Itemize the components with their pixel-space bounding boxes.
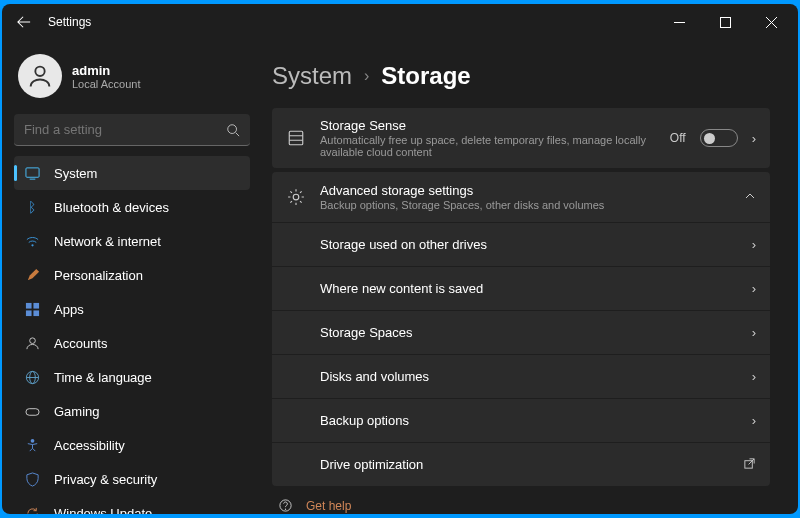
storage-sense-title: Storage Sense [320,118,656,133]
sidebar-item-bluetooth[interactable]: ᛒBluetooth & devices [14,190,250,224]
sidebar-item-privacy[interactable]: Privacy & security [14,462,250,496]
storage-sense-text: Storage Sense Automatically free up spac… [320,118,656,158]
get-help-label: Get help [306,499,351,513]
profile-name: admin [72,63,141,78]
chevron-right-icon: › [752,413,756,428]
person-icon [26,62,54,90]
bluetooth-icon: ᛒ [24,199,40,215]
advanced-title: Advanced storage settings [320,183,730,198]
svg-point-5 [228,124,237,133]
advanced-storage-text: Advanced storage settings Backup options… [320,183,730,211]
back-arrow-icon [17,15,31,29]
nav-label: Windows Update [54,506,152,515]
svg-line-6 [236,132,240,136]
advanced-storage-header[interactable]: Advanced storage settings Backup options… [272,172,770,222]
advanced-subtitle: Backup options, Storage Spaces, other di… [320,199,730,211]
shield-icon [24,471,40,487]
chevron-up-icon [744,190,756,205]
where-new-content-row[interactable]: Where new content is saved› [272,266,770,310]
apps-icon [24,301,40,317]
gaming-icon [24,403,40,419]
storage-sense-subtitle: Automatically free up space, delete temp… [320,134,656,158]
help-icon [276,498,294,513]
sidebar-item-apps[interactable]: Apps [14,292,250,326]
nav-list: System ᛒBluetooth & devices Network & in… [14,156,250,514]
chevron-right-icon: › [752,237,756,252]
brush-icon [24,267,40,283]
svg-point-19 [30,438,34,442]
row-label: Drive optimization [320,457,729,472]
window-controls [656,4,794,40]
settings-window: Settings admin Local Account [2,4,798,514]
minimize-button[interactable] [656,4,702,40]
nav-label: Time & language [54,370,152,385]
breadcrumb-current: Storage [381,62,470,90]
nav-label: Accessibility [54,438,125,453]
sidebar-item-network[interactable]: Network & internet [14,224,250,258]
storage-sense-toggle[interactable] [700,129,738,147]
avatar [18,54,62,98]
svg-point-9 [31,244,33,246]
sidebar-item-time[interactable]: Time & language [14,360,250,394]
profile-text: admin Local Account [72,63,141,90]
sidebar-item-gaming[interactable]: Gaming [14,394,250,428]
update-icon [24,505,40,514]
chevron-right-icon: › [364,67,369,85]
chevron-right-icon: › [752,131,756,146]
search-input[interactable] [24,122,226,137]
storage-sense-card: Storage Sense Automatically free up spac… [272,108,770,168]
svg-point-14 [29,337,35,343]
window-title: Settings [48,15,91,29]
chevron-right-icon: › [752,325,756,340]
search-box[interactable] [14,114,250,146]
nav-label: Personalization [54,268,143,283]
nav-label: Gaming [54,404,100,419]
svg-rect-18 [25,408,38,415]
row-label: Disks and volumes [320,369,738,384]
svg-point-23 [293,194,299,200]
breadcrumb: System › Storage [272,62,770,90]
chevron-right-icon: › [752,281,756,296]
sidebar-item-accounts[interactable]: Accounts [14,326,250,360]
sidebar-item-update[interactable]: Windows Update [14,496,250,514]
search-icon [226,123,240,137]
profile-block[interactable]: admin Local Account [14,46,250,114]
back-button[interactable] [6,4,42,40]
accounts-icon [24,335,40,351]
nav-label: Network & internet [54,234,161,249]
row-label: Backup options [320,413,738,428]
svg-point-26 [284,509,285,510]
maximize-icon [720,17,731,28]
svg-rect-1 [720,17,730,27]
nav-label: Privacy & security [54,472,157,487]
close-button[interactable] [748,4,794,40]
nav-label: Bluetooth & devices [54,200,169,215]
backup-options-row[interactable]: Backup options› [272,398,770,442]
nav-label: Accounts [54,336,107,351]
storage-spaces-row[interactable]: Storage Spaces› [272,310,770,354]
storage-other-drives-row[interactable]: Storage used on other drives› [272,222,770,266]
wifi-icon [24,233,40,249]
toggle-state-label: Off [670,131,686,145]
row-label: Where new content is saved [320,281,738,296]
storage-sense-controls: Off › [670,129,756,147]
system-icon [24,165,40,181]
svg-rect-11 [33,302,39,308]
sidebar-item-accessibility[interactable]: Accessibility [14,428,250,462]
storage-icon [286,129,306,147]
main-panel: System › Storage Storage Sense Automatic… [262,40,798,514]
breadcrumb-parent[interactable]: System [272,62,352,90]
sidebar: admin Local Account System ᛒBluetooth & … [2,40,262,514]
minimize-icon [674,17,685,28]
advanced-sub-list: Storage used on other drives› Where new … [272,222,770,486]
row-label: Storage used on other drives [320,237,738,252]
sidebar-item-personalization[interactable]: Personalization [14,258,250,292]
disks-volumes-row[interactable]: Disks and volumes› [272,354,770,398]
storage-sense-row[interactable]: Storage Sense Automatically free up spac… [272,108,770,168]
svg-rect-7 [25,167,38,176]
drive-optimization-row[interactable]: Drive optimization [272,442,770,486]
close-icon [766,17,777,28]
maximize-button[interactable] [702,4,748,40]
sidebar-item-system[interactable]: System [14,156,250,190]
get-help-link[interactable]: Get help [272,490,770,514]
